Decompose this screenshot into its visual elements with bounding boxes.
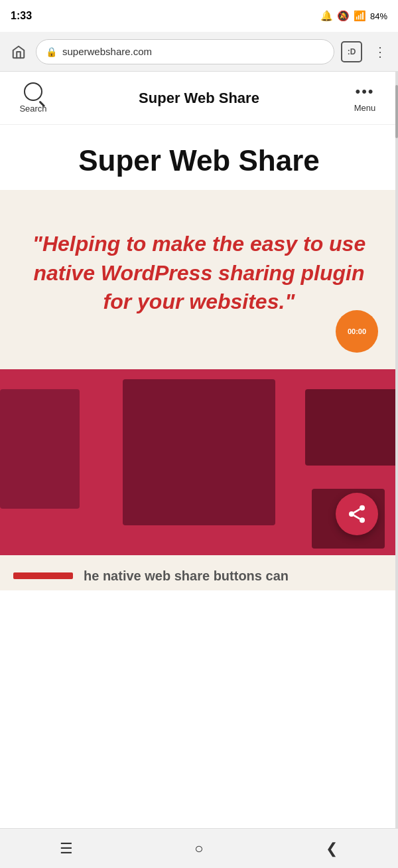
nav-home-icon: ○	[194, 840, 203, 857]
site-header: Search Super Web Share ••• Menu	[0, 72, 398, 125]
quote-text: "Helping to make the easy to use native …	[27, 230, 371, 316]
bottom-red-bar	[13, 572, 73, 579]
image-grid-section	[0, 369, 398, 555]
svg-line-4	[354, 509, 360, 513]
share-icon	[346, 503, 367, 525]
navigation-bar: ☰ ○ ❮	[0, 828, 398, 868]
browser-menu-button[interactable]: ⋮	[369, 41, 390, 62]
svg-point-0	[360, 505, 365, 511]
browser-home-button[interactable]	[8, 41, 29, 62]
search-icon	[24, 82, 42, 101]
nav-home-button[interactable]: ○	[179, 834, 219, 863]
signal-icon: 📶	[354, 10, 366, 22]
menu-button[interactable]: ••• Menu	[345, 83, 385, 113]
page-content: Search Super Web Share ••• Menu Super We…	[0, 72, 398, 828]
timer-badge: 00:00	[336, 310, 378, 353]
search-button[interactable]: Search	[13, 82, 53, 114]
nav-menu-icon: ☰	[60, 840, 73, 857]
svg-point-2	[360, 517, 365, 523]
timer-text: 00:00	[348, 327, 366, 335]
browser-bar: 🔒 superwebshare.com :D ⋮	[0, 32, 398, 72]
address-bar[interactable]: 🔒 superwebshare.com	[36, 39, 334, 64]
svg-line-3	[354, 515, 360, 519]
status-icons: 🔔 🔕 📶 84%	[320, 10, 387, 22]
scrollbar-thumb[interactable]	[395, 85, 398, 138]
status-bar: 1:33 🔔 🔕 📶 84%	[0, 0, 398, 32]
image-block-right-top	[305, 389, 398, 466]
tab-switcher-button[interactable]: :D	[341, 41, 362, 62]
more-options-icon: ⋮	[373, 44, 386, 60]
nav-menu-button[interactable]: ☰	[46, 834, 86, 863]
image-block-center	[123, 379, 275, 525]
url-text: superwebshare.com	[62, 46, 152, 57]
image-block-left	[0, 389, 80, 509]
nav-back-icon: ❮	[326, 840, 338, 857]
status-time: 1:33	[11, 10, 32, 22]
bottom-preview: he native web share buttons can	[0, 555, 398, 590]
share-fab-button[interactable]	[336, 493, 378, 535]
svg-point-1	[349, 511, 354, 517]
bottom-preview-text: he native web share buttons can	[84, 568, 289, 584]
mute-icon: 🔕	[337, 10, 350, 22]
lock-icon: 🔒	[46, 46, 57, 57]
menu-dots-icon: •••	[355, 83, 374, 100]
menu-label: Menu	[354, 103, 376, 113]
nav-back-button[interactable]: ❮	[312, 834, 352, 863]
quote-section: "Helping to make the easy to use native …	[0, 190, 398, 369]
notification-icon: 🔔	[320, 10, 333, 22]
tab-count: :D	[348, 47, 356, 56]
hero-heading: Super Web Share	[13, 145, 385, 177]
scrollbar-track[interactable]	[395, 72, 398, 828]
site-title: Super Web Share	[53, 90, 345, 107]
battery-level: 84%	[370, 11, 387, 21]
hero-section: Super Web Share	[0, 125, 398, 190]
